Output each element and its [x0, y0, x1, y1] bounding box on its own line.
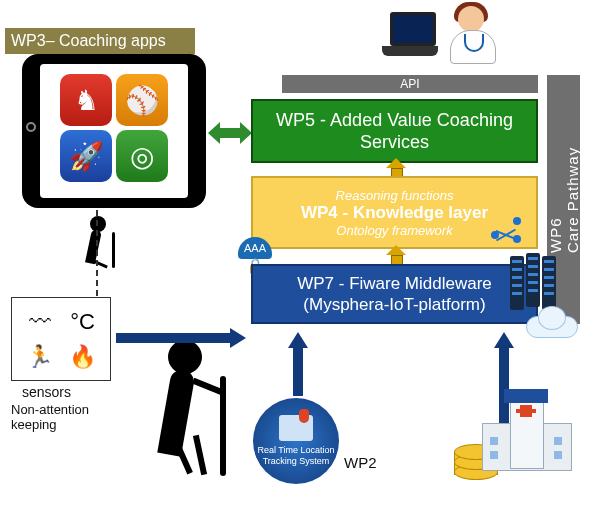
- sensors-label: sensors: [22, 384, 71, 400]
- sensors-note: Non-attention keeping: [11, 402, 111, 432]
- rtls-line1: Real Time Location: [257, 445, 334, 456]
- arrow-sensors-wp7: [116, 328, 246, 348]
- api-bar: API: [282, 75, 538, 93]
- arrow-wp3-wp5: [210, 122, 250, 144]
- app-icon-target: ◎: [116, 130, 168, 182]
- app-icon-rocket: 🚀: [60, 130, 112, 182]
- wp4-label: WP4 - Knowledge layer: [301, 203, 488, 223]
- app-icon-baseball: ⚾: [116, 74, 168, 126]
- wp5-box: WP5 - Added Value Coaching Services: [251, 99, 538, 163]
- arrow-wp7-wp4: [386, 251, 406, 265]
- wp6-label: WP6 Care Pathway: [547, 146, 581, 252]
- doctor-icon: [444, 0, 500, 66]
- rtls-line2: Tracking System: [263, 456, 330, 467]
- dotted-link-user-sensors: [96, 210, 98, 296]
- wp4-reasoning-label: Reasoning functions: [336, 188, 454, 203]
- wp4-ontology-label: Ontology framework: [336, 223, 452, 238]
- wp7-box: WP7 - Fiware Middleware (Mysphera-IoT-pl…: [251, 264, 538, 324]
- laptop-icon: [382, 12, 438, 56]
- wp5-label: WP5 - Added Value Coaching Services: [253, 109, 536, 153]
- cloud-icon: [520, 306, 584, 340]
- sensors-box: 〰 °C 🏃 🔥: [11, 297, 111, 381]
- wp3-title: WP3– Coaching apps: [5, 28, 195, 54]
- ontology-network-icon: [491, 217, 523, 245]
- tablet-home-icon: [26, 122, 36, 132]
- server-rack-icon: [508, 253, 562, 313]
- aaa-label: AAA: [244, 242, 266, 254]
- app-icon-chess: ♞: [60, 74, 112, 126]
- temperature-icon: °C: [70, 309, 95, 335]
- api-label: API: [400, 77, 419, 91]
- arrow-wp2-wp7: [288, 332, 308, 396]
- activity-icon: 🏃: [26, 344, 53, 370]
- coaching-app-grid: ♞ ⚾ 🚀 ◎: [60, 74, 168, 182]
- fire-icon: 🔥: [69, 344, 96, 370]
- wp7-label: WP7 - Fiware Middleware (Mysphera-IoT-pl…: [253, 273, 536, 315]
- wp2-label: WP2: [344, 454, 377, 471]
- architecture-diagram: WP3– Coaching apps ♞ ⚾ 🚀 ◎ API WP5 - Add…: [0, 0, 600, 507]
- ecg-icon: 〰: [29, 309, 51, 335]
- rtls-badge: Real Time Location Tracking System: [253, 398, 339, 484]
- wp3-title-text: WP3– Coaching apps: [11, 32, 166, 50]
- map-pin-icon: [279, 415, 313, 441]
- hospital-icon: [482, 397, 570, 471]
